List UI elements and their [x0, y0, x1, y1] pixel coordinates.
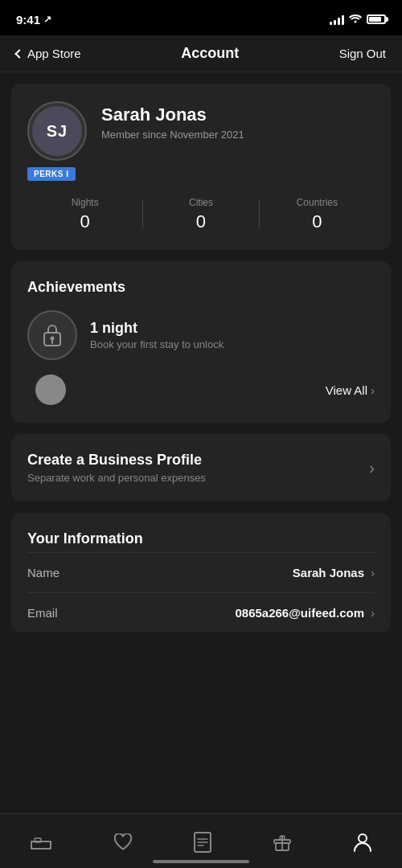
nav-bar: App Store Account Sign Out	[0, 35, 402, 72]
wifi-icon	[349, 14, 362, 26]
perks-badge: PERKS I	[27, 167, 76, 181]
view-all-button[interactable]: View All ›	[326, 383, 375, 397]
gift-icon	[273, 833, 292, 855]
profile-name: Sarah Jonas	[101, 104, 375, 125]
avatar-wrapper: SJ PERKS I	[27, 101, 87, 181]
achievement-item-desc: Book your first stay to unlock	[90, 338, 224, 350]
status-bar: 9:41 ↗	[0, 0, 402, 35]
tab-favorites[interactable]	[105, 830, 141, 858]
business-profile-desc: Separate work and personal expenses	[27, 472, 206, 484]
stat-cities: Cities 0	[143, 197, 258, 232]
achievement-text: 1 night Book your first stay to unlock	[90, 320, 224, 350]
stat-countries: Countries 0	[260, 197, 375, 232]
info-value-email: 0865a266@uifeed.com	[235, 606, 364, 620]
stats-row: Nights 0 Cities 0 Countries 0	[27, 197, 375, 232]
tab-home[interactable]	[23, 831, 59, 857]
back-button[interactable]: App Store	[16, 47, 81, 60]
achievement-item-title: 1 night	[90, 320, 224, 337]
sign-out-button[interactable]: Sign Out	[339, 47, 386, 60]
achievements-bottom: View All ›	[27, 375, 375, 405]
avatar-ring: SJ	[27, 101, 87, 161]
view-all-label: View All	[326, 383, 367, 397]
info-row-email[interactable]: Email 0865a266@uifeed.com ›	[27, 592, 375, 633]
status-time: 9:41 ↗	[16, 13, 51, 27]
info-value-wrap-name: Sarah Jonas ›	[293, 566, 375, 579]
back-chevron-icon	[14, 49, 23, 58]
your-information-card: Your Information Name Sarah Jonas › Emai…	[11, 513, 391, 633]
profile-member-since: Member since November 2021	[101, 129, 375, 141]
info-row-name[interactable]: Name Sarah Jonas ›	[27, 552, 375, 592]
dot-indicator	[35, 375, 66, 405]
info-label-name: Name	[27, 566, 59, 579]
bed-icon	[31, 834, 51, 854]
achievements-card: Achievements 1 night Book your first sta…	[11, 261, 391, 423]
business-profile-chevron-icon: ›	[369, 459, 375, 477]
achievement-lock-icon	[27, 310, 77, 360]
tab-bookings[interactable]	[186, 829, 219, 859]
back-label: App Store	[27, 47, 81, 60]
tab-account[interactable]	[346, 829, 379, 859]
info-value-wrap-email: 0865a266@uifeed.com ›	[235, 606, 375, 620]
info-value-name: Sarah Jonas	[293, 566, 364, 579]
svg-rect-5	[35, 838, 41, 842]
person-icon	[354, 832, 371, 856]
battery-icon	[367, 14, 386, 24]
tab-offers[interactable]	[265, 829, 300, 858]
view-all-chevron-icon: ›	[371, 383, 375, 397]
avatar: SJ	[32, 106, 82, 156]
achievements-title: Achievements	[27, 279, 375, 296]
page-title: Account	[181, 45, 239, 62]
info-label-email: Email	[27, 606, 58, 620]
stat-nights: Nights 0	[27, 197, 142, 232]
info-email-chevron-icon: ›	[371, 606, 375, 620]
dot-active	[35, 375, 66, 405]
card-icon	[194, 832, 211, 856]
svg-point-0	[355, 20, 357, 23]
home-indicator	[153, 860, 249, 863]
heart-icon	[113, 833, 133, 854]
achievement-item: 1 night Book your first stay to unlock	[27, 310, 375, 360]
location-arrow-icon: ↗	[43, 14, 51, 25]
svg-point-15	[359, 834, 367, 842]
business-profile-card[interactable]: Create a Business Profile Separate work …	[11, 434, 391, 502]
signal-icon	[330, 14, 344, 25]
business-profile-title: Create a Business Profile	[27, 452, 206, 469]
your-information-title: Your Information	[27, 530, 375, 547]
profile-info: Sarah Jonas Member since November 2021	[101, 101, 375, 141]
info-name-chevron-icon: ›	[371, 566, 375, 579]
status-right	[330, 14, 386, 26]
business-text: Create a Business Profile Separate work …	[27, 452, 206, 484]
profile-card: SJ PERKS I Sarah Jonas Member since Nove…	[11, 84, 391, 250]
